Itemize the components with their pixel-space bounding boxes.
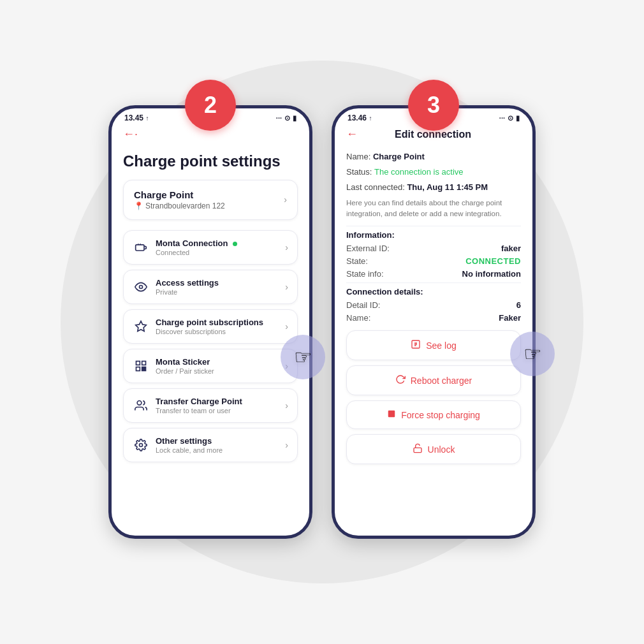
name-value: Charge Point bbox=[373, 152, 425, 161]
subscriptions-subtitle: Discover subscriptions bbox=[156, 328, 263, 335]
transfer-subtitle: Transfer to team or user bbox=[156, 407, 242, 414]
phone1-time: 13.45 ↑ bbox=[124, 113, 149, 122]
menu-item-left-access: Access settings Private bbox=[133, 278, 219, 296]
reboot-charger-label: Reboot charger bbox=[411, 376, 472, 386]
name-field-value: Faker bbox=[499, 313, 521, 323]
state-row: State: CONNECTED bbox=[346, 256, 521, 266]
gear-icon bbox=[133, 437, 149, 453]
see-log-icon bbox=[411, 339, 421, 351]
people-icon bbox=[133, 397, 149, 414]
phones-container: 2 13.45 ↑ ··· ⊙ ▮ ←· Cha bbox=[108, 105, 536, 539]
access-settings-title: Access settings bbox=[156, 278, 219, 288]
menu-item-access-settings[interactable]: Access settings Private › bbox=[123, 270, 298, 304]
monta-chevron-icon: › bbox=[285, 242, 288, 252]
unlock-label: Unlock bbox=[428, 444, 455, 455]
svg-point-6 bbox=[137, 400, 142, 405]
menu-item-left-transfer: Transfer Charge Point Transfer to team o… bbox=[133, 397, 242, 414]
menu-text-access: Access settings Private bbox=[156, 278, 219, 296]
connected-dot bbox=[233, 242, 237, 246]
monta-connection-title: Monta Connection bbox=[156, 238, 237, 248]
phone2-status-icons: ··· ⊙ ▮ bbox=[499, 114, 520, 122]
location-card[interactable]: Charge Point 📍 Strandboulevarden 122 › bbox=[123, 180, 298, 220]
name-label: Name: bbox=[346, 152, 370, 161]
last-connected-value: Thu, Aug 11 1:45 PM bbox=[407, 182, 488, 192]
menu-item-other-settings[interactable]: Other settings Lock cable, and more › bbox=[123, 428, 298, 462]
sub-chevron-icon: › bbox=[285, 321, 288, 332]
action-buttons: See log Reboot charger bbox=[346, 330, 521, 464]
svg-rect-3 bbox=[136, 361, 140, 365]
phone1-battery-icon: ▮ bbox=[293, 114, 296, 122]
unlock-button[interactable]: Unlock bbox=[346, 434, 521, 464]
star-icon bbox=[133, 318, 149, 335]
transfer-title: Transfer Charge Point bbox=[156, 397, 242, 406]
location-name: Charge Point bbox=[134, 189, 225, 200]
menu-text-monta: Monta Connection Connected bbox=[156, 238, 237, 256]
menu-text-sticker: Monta Sticker Order / Pair sticker bbox=[156, 357, 214, 375]
svg-marker-2 bbox=[136, 321, 147, 331]
status-value: The connection is active bbox=[374, 167, 463, 177]
state-info-label: State info: bbox=[346, 269, 384, 279]
svg-point-1 bbox=[140, 285, 143, 288]
location-pin-icon: 📍 bbox=[134, 201, 143, 210]
step-3-badge: 3 bbox=[408, 80, 459, 131]
last-connected-row: Last connected: Thu, Aug 11 1:45 PM bbox=[346, 182, 521, 193]
name-row: Name: Charge Point bbox=[346, 151, 521, 163]
phone1-dots-icon: ··· bbox=[276, 114, 282, 122]
location-address: 📍 Strandboulevarden 122 bbox=[134, 201, 225, 210]
menu-item-subscriptions[interactable]: Charge point subscriptions Discover subs… bbox=[123, 309, 298, 344]
subscriptions-title: Charge point subscriptions bbox=[156, 318, 263, 327]
status-label: Status: bbox=[346, 167, 372, 177]
menu-item-left-other: Other settings Lock cable, and more bbox=[133, 436, 223, 454]
state-value: CONNECTED bbox=[465, 256, 521, 266]
phone1-wifi-icon: ⊙ bbox=[284, 114, 290, 122]
svg-point-7 bbox=[140, 443, 143, 446]
phone1: 13.45 ↑ ··· ⊙ ▮ ←· Charge point settings bbox=[108, 105, 312, 539]
stop-icon bbox=[387, 409, 396, 420]
menu-item-sticker[interactable]: Monta Sticker Order / Pair sticker › bbox=[123, 349, 298, 383]
phone1-back-button[interactable]: ←· bbox=[123, 128, 138, 140]
eye-icon bbox=[133, 279, 149, 295]
information-label: Information: bbox=[346, 230, 521, 240]
status-row: Status: The connection is active bbox=[346, 166, 521, 178]
state-label: State: bbox=[346, 256, 368, 266]
svg-rect-4 bbox=[142, 361, 146, 365]
transfer-chevron-icon: › bbox=[285, 400, 288, 411]
connection-details-label: Connection details: bbox=[346, 287, 521, 296]
phone2-content: Name: Charge Point Status: The connectio… bbox=[335, 146, 532, 469]
access-settings-subtitle: Private bbox=[156, 288, 219, 296]
phone2-wifi-icon: ⊙ bbox=[508, 114, 513, 122]
separator-1 bbox=[346, 226, 521, 226]
phone2-time: 13.46 ↑ bbox=[348, 113, 372, 122]
phone1-status-icons: ··· ⊙ ▮ bbox=[276, 114, 296, 122]
phone2: 13.46 ↑ ··· ⊙ ▮ ← Edit connection bbox=[332, 105, 536, 539]
see-log-label: See log bbox=[426, 340, 456, 351]
see-log-button[interactable]: See log bbox=[346, 330, 521, 360]
access-chevron-icon: › bbox=[285, 282, 288, 292]
detail-id-row: Detail ID: 6 bbox=[346, 300, 521, 310]
detail-id-label: Detail ID: bbox=[346, 300, 380, 310]
menu-text-sub: Charge point subscriptions Discover subs… bbox=[156, 318, 263, 335]
force-stop-label: Force stop charging bbox=[401, 410, 480, 420]
description-text: Here you can find details about the char… bbox=[346, 198, 521, 220]
separator-2 bbox=[346, 282, 521, 283]
force-stop-button[interactable]: Force stop charging bbox=[346, 400, 521, 429]
svg-rect-9 bbox=[388, 411, 395, 418]
state-info-value: No information bbox=[462, 269, 521, 279]
phone1-wrapper: 2 13.45 ↑ ··· ⊙ ▮ ←· Cha bbox=[108, 105, 312, 539]
phone2-battery-icon: ▮ bbox=[516, 114, 520, 122]
other-settings-subtitle: Lock cable, and more bbox=[156, 446, 223, 454]
monta-connection-subtitle: Connected bbox=[156, 249, 237, 256]
menu-item-transfer[interactable]: Transfer Charge Point Transfer to team o… bbox=[123, 388, 298, 423]
sticker-subtitle: Order / Pair sticker bbox=[156, 367, 214, 375]
reboot-charger-button[interactable]: Reboot charger bbox=[346, 365, 521, 395]
menu-text-transfer: Transfer Charge Point Transfer to team o… bbox=[156, 397, 242, 414]
page-title: Charge point settings bbox=[123, 152, 298, 171]
phone2-back-button[interactable]: ← bbox=[346, 128, 358, 141]
last-connected-label: Last connected: bbox=[346, 182, 405, 192]
external-id-label: External ID: bbox=[346, 244, 390, 253]
unlock-icon bbox=[413, 443, 423, 455]
svg-rect-5 bbox=[136, 367, 140, 370]
state-info-row: State info: No information bbox=[346, 269, 521, 279]
location-info: Charge Point 📍 Strandboulevarden 122 bbox=[134, 189, 225, 210]
menu-item-monta-connection[interactable]: Monta Connection Connected › bbox=[123, 230, 298, 265]
